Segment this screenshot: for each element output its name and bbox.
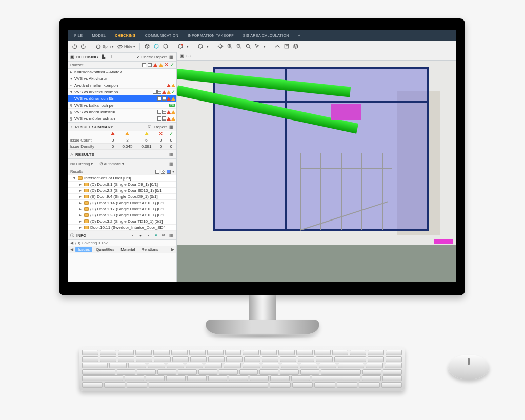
filter-dropdown[interactable]: No Filtering ▾ bbox=[70, 162, 93, 166]
filter-icon[interactable]: ▙ bbox=[100, 54, 107, 60]
ruleset-row[interactable]: ▾VVS vs Aktiviturur bbox=[68, 75, 176, 82]
chevron-down-icon[interactable]: ▾ bbox=[264, 45, 266, 49]
tab-nav-prev[interactable]: ◀ bbox=[69, 247, 74, 252]
ruleset-row[interactable]: §VVS vs andra konstrul bbox=[68, 109, 176, 115]
checking-panel-header: ▣ CHECKING ▙ ⫴ ≣ ✔ Check Report ▦ bbox=[68, 52, 176, 62]
status-icon bbox=[162, 116, 166, 121]
mode-dropdown[interactable]: ⚙ Automatic ▾ bbox=[99, 162, 124, 166]
redo-icon[interactable] bbox=[80, 43, 87, 50]
ok-icon[interactable]: ✓ bbox=[170, 63, 174, 67]
result-row[interactable]: ▸Door.10.11 (Swedoor_Interior_Door_SD4 bbox=[68, 225, 176, 231]
col-icon[interactable] bbox=[167, 170, 171, 174]
grid-icon[interactable]: ▦ bbox=[168, 161, 174, 167]
pointer-icon[interactable] bbox=[254, 43, 260, 50]
copy-icon[interactable]: ⧉ bbox=[160, 232, 167, 238]
cube-wireframe-icon[interactable] bbox=[144, 43, 150, 50]
report-button[interactable]: Report bbox=[154, 55, 167, 59]
cube-cyan-icon[interactable] bbox=[153, 43, 159, 50]
result-row[interactable]: ▸(E) Door.9.4 (Single Door:D9_1) [0/1] bbox=[68, 194, 176, 200]
result-label: Intersections of Door [0/9] bbox=[84, 176, 131, 181]
ruleset-row[interactable]: §VVS vs balkar och pelOK bbox=[68, 102, 176, 109]
menu-model[interactable]: MODEL bbox=[92, 34, 106, 37]
viewport-label: 3D bbox=[186, 54, 191, 58]
3d-view[interactable] bbox=[177, 61, 456, 282]
menu-checking[interactable]: CHECKING bbox=[115, 34, 136, 37]
status-icon bbox=[171, 117, 175, 121]
result-row[interactable]: ▸(D) Door.3.2 (Single Door:TD10_1) [0/1] bbox=[68, 218, 176, 225]
tab-quantities[interactable]: Quantities bbox=[93, 247, 117, 252]
check-button[interactable]: ✔ Check bbox=[136, 55, 153, 59]
nav-prev-icon[interactable]: ‹ bbox=[130, 232, 136, 238]
severity-warning-icon[interactable] bbox=[159, 63, 163, 67]
chevron-down-icon[interactable]: ▾ bbox=[172, 169, 174, 174]
status-icons: OK bbox=[169, 104, 175, 107]
severity-critical-icon[interactable] bbox=[153, 63, 157, 67]
results-column-header: Results ▾ bbox=[68, 168, 176, 175]
monitor-shadow bbox=[203, 333, 322, 339]
cube-outline-icon[interactable] bbox=[197, 43, 204, 50]
undo-icon[interactable] bbox=[71, 43, 77, 50]
result-row[interactable]: ▸(D) Door.1.28 (Single Door:SD10_1) [0/1 bbox=[68, 212, 176, 218]
col-icon[interactable] bbox=[155, 170, 159, 174]
map-pin-icon[interactable] bbox=[284, 43, 290, 50]
cube-dot-icon[interactable] bbox=[177, 43, 184, 50]
result-row[interactable]: ▸(D) Door.1.14 (Single Door:SD10_1) [0/1 bbox=[68, 200, 176, 206]
svg-point-2 bbox=[181, 44, 183, 45]
summary-report-button[interactable]: Report bbox=[154, 125, 167, 129]
result-row[interactable]: ▾Intersections of Door [0/9] bbox=[68, 175, 176, 182]
report-icon[interactable]: ☑ bbox=[147, 124, 153, 130]
result-row[interactable]: ▸(C) Door.8.1 (Single Door:D9_1) [0/1] bbox=[68, 182, 176, 188]
ruleset-row[interactable]: •Avstånd mellan kompon bbox=[68, 82, 176, 89]
zoom-in-icon[interactable] bbox=[227, 43, 233, 50]
caret-icon: § bbox=[69, 103, 73, 108]
folder-icon bbox=[84, 201, 89, 205]
layers-icon[interactable] bbox=[293, 43, 299, 50]
settings-icon[interactable]: ▦ bbox=[168, 124, 174, 130]
nav-next-icon[interactable]: › bbox=[145, 232, 151, 238]
settings-icon[interactable]: ▦ bbox=[168, 232, 174, 238]
ruleset-row[interactable]: ▾VVS vs arkitekturkompo✓ bbox=[68, 89, 176, 95]
zoom-target-icon[interactable] bbox=[217, 43, 224, 50]
view-grid-icon[interactable] bbox=[148, 63, 152, 67]
column-icon[interactable]: ⫴ bbox=[109, 54, 115, 60]
tab-relations[interactable]: Relations bbox=[139, 247, 161, 252]
ruleset-row[interactable]: §VVS vs möbler och an bbox=[68, 115, 176, 122]
svg-point-0 bbox=[96, 45, 100, 49]
nav-down-icon[interactable]: ▾ bbox=[137, 232, 144, 238]
settings-icon[interactable]: ▦ bbox=[168, 151, 174, 157]
settings-icon[interactable]: ▦ bbox=[168, 54, 174, 60]
zoom-fit-icon[interactable] bbox=[245, 43, 251, 50]
status-icon bbox=[157, 96, 161, 101]
menu-add[interactable]: + bbox=[298, 34, 301, 37]
menu-communication[interactable]: COMMUNICATION bbox=[145, 34, 178, 37]
chevron-down-icon[interactable]: ▾ bbox=[207, 45, 209, 49]
menu-information-takeoff[interactable]: INFORMATION TAKEOFF bbox=[188, 34, 234, 37]
svg-point-11 bbox=[247, 44, 250, 47]
cube-icon[interactable] bbox=[163, 43, 169, 50]
col-icon[interactable] bbox=[161, 170, 165, 174]
result-row[interactable]: ▸(D) Door.2.3 (Single Door:SD10_1) [0/1 bbox=[68, 188, 176, 194]
result-label: (D) Door.3.2 (Single Door:TD10_1) [0/1] bbox=[90, 219, 163, 224]
ruleset-row[interactable]: VVS vs dörrar och fön bbox=[68, 95, 176, 102]
view-square-icon[interactable] bbox=[142, 63, 146, 67]
back-icon[interactable]: ◀ bbox=[70, 241, 73, 245]
status-icon: OK bbox=[169, 104, 175, 107]
menu-file[interactable]: FILE bbox=[74, 34, 83, 37]
hide-dropdown[interactable]: Hide ▾ bbox=[117, 44, 135, 50]
spin-label: Spin bbox=[103, 44, 111, 49]
status-icon bbox=[167, 117, 171, 121]
result-row[interactable]: ▸(D) Door.1.17 (Single Door:SD10_1) [0/1 bbox=[68, 206, 176, 212]
ruleset-row[interactable]: ▸Kollisionskontroll – Arkitek bbox=[68, 69, 176, 75]
error-icon[interactable]: ✕ bbox=[165, 63, 169, 67]
zoom-out-icon[interactable] bbox=[236, 43, 242, 50]
menu-sis-area-calculation[interactable]: SIS AREA CALCULATION bbox=[243, 34, 289, 37]
tab-material[interactable]: Material bbox=[118, 247, 137, 252]
tab-nav-next[interactable]: ▶ bbox=[170, 247, 175, 252]
tree-icon[interactable]: ≣ bbox=[117, 54, 123, 60]
section-icon[interactable] bbox=[274, 43, 280, 50]
link-icon[interactable]: ⚘ bbox=[153, 232, 159, 238]
chevron-down-icon[interactable]: ▾ bbox=[187, 45, 189, 49]
tab-issues[interactable]: Issues bbox=[75, 247, 92, 252]
info-tabs: ◀ Issues Quantities Material Relations ▶ bbox=[68, 246, 176, 253]
spin-dropdown[interactable]: Spin ▾ bbox=[95, 44, 114, 50]
